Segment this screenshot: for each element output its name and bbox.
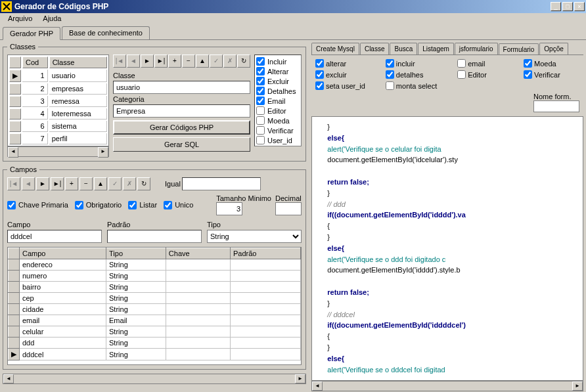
nav-last[interactable]: ►| [154, 54, 168, 68]
tab-gerador-php[interactable]: Gerador PHP [3, 27, 60, 40]
opt-verificar[interactable]: Verificar [524, 70, 579, 79]
classes-options: IncluirAlterarExcluirDetalhesEmailEditor… [254, 54, 302, 146]
table-row[interactable]: 7perfil [9, 133, 107, 144]
igual-input[interactable] [182, 177, 261, 190]
code-viewer[interactable]: } else{ alert('Verifique se o celular fo… [311, 116, 583, 381]
table-row[interactable]: ▶dddcelString [9, 349, 301, 360]
option-email[interactable]: Email [256, 96, 300, 106]
cnav-del[interactable]: − [79, 177, 93, 190]
table-row[interactable]: cepString [9, 293, 301, 304]
window-title: Gerador de Códigos PHP [14, 2, 551, 11]
opt-monta-select[interactable]: monta select [386, 81, 447, 90]
table-row[interactable]: 2empresas [9, 83, 107, 95]
cnav-post[interactable]: ✓ [108, 177, 122, 190]
decimal-input[interactable] [275, 202, 302, 215]
table-row[interactable]: ▶1usuario [9, 70, 107, 82]
cnav-add[interactable]: + [65, 177, 78, 190]
opt-excluir[interactable]: excluir [315, 70, 375, 79]
cnav-next[interactable]: ► [36, 177, 49, 190]
campo-input[interactable] [7, 230, 102, 243]
table-row[interactable]: numeroString [9, 271, 301, 282]
table-row[interactable]: bairroString [9, 282, 301, 293]
minimize-button[interactable]: _ [551, 2, 561, 11]
option-verificar[interactable]: Verificar [256, 125, 300, 135]
classes-grid[interactable]: Cod Classe ▶1usuario2empresas3remessa4lo… [7, 54, 109, 146]
tab-busca[interactable]: Busca [390, 43, 417, 54]
gcol-padrao[interactable]: Padrão [230, 248, 300, 259]
btn-gerar-sql[interactable]: Gerar SQL [113, 137, 250, 152]
table-row[interactable]: enderecoString [9, 259, 301, 271]
chk-unico[interactable]: Unico [164, 200, 193, 210]
tipo-label: Tipo [207, 221, 302, 229]
cnav-prev[interactable]: ◄ [22, 177, 35, 190]
tab-classe[interactable]: Classe [360, 43, 390, 54]
right-bottom-scroll[interactable]: ◄► [311, 381, 583, 391]
cnav-edit[interactable]: ▲ [94, 177, 107, 190]
table-row[interactable]: cidadeString [9, 304, 301, 315]
table-row[interactable]: celularString [9, 326, 301, 338]
chk-obrigatorio[interactable]: Obrigatorio [75, 200, 122, 210]
padrao-label: Padrão [107, 221, 202, 229]
campos-grid[interactable]: Campo Tipo Chave Padrão enderecoStringnu… [7, 247, 302, 365]
menubar: Arquivo Ajuda [0, 13, 586, 25]
cnav-refresh[interactable]: ↻ [137, 177, 150, 190]
nav-del[interactable]: − [182, 54, 195, 68]
opt-incluir[interactable]: incluir [386, 59, 447, 68]
cnav-first[interactable]: |◄ [7, 177, 20, 190]
tipo-select[interactable]: String [207, 230, 302, 243]
opt-seta-user_id[interactable]: seta user_id [315, 81, 375, 90]
table-row[interactable]: 6sistema [9, 121, 107, 132]
gcol-chave[interactable]: Chave [166, 248, 230, 259]
close-button[interactable]: × [574, 2, 585, 11]
classes-hscroll[interactable] [7, 146, 109, 157]
nav-cancel[interactable]: ✗ [223, 54, 237, 68]
opt-email[interactable]: email [457, 59, 513, 68]
tab-opçõe[interactable]: Opçõe [539, 43, 568, 54]
opt-alterar[interactable]: alterar [315, 59, 375, 68]
classe-input[interactable] [113, 81, 250, 94]
option-editor[interactable]: Editor [256, 106, 300, 116]
option-user_id[interactable]: User_id [256, 135, 300, 145]
tamanho-input[interactable] [216, 202, 242, 215]
menu-ajuda[interactable]: Ajuda [37, 13, 66, 25]
categoria-input[interactable] [113, 104, 250, 118]
nav-refresh[interactable]: ↻ [237, 54, 250, 68]
option-detalhes[interactable]: Detalhes [256, 86, 300, 96]
option-excluir[interactable]: Excluir [256, 76, 300, 86]
nav-first[interactable]: |◄ [113, 54, 126, 68]
gcol-campo[interactable]: Campo [20, 248, 106, 259]
tab-base-conhecimento[interactable]: Base de conhecimento [62, 26, 150, 39]
nav-post[interactable]: ✓ [210, 54, 223, 68]
nav-edit[interactable]: ▲ [196, 54, 209, 68]
left-bottom-scroll[interactable]: ◄► [3, 374, 306, 384]
opt-moeda[interactable]: Moeda [524, 59, 579, 68]
option-alterar[interactable]: Alterar [256, 66, 300, 76]
maximize-button[interactable]: □ [562, 2, 573, 11]
opt-editor[interactable]: Editor [457, 70, 513, 79]
tab-jsformulario[interactable]: jsformulario [455, 43, 498, 54]
col-classe[interactable]: Classe [49, 56, 107, 68]
tab-create-mysql[interactable]: Create Mysql [311, 43, 359, 54]
option-moeda[interactable]: Moeda [256, 116, 300, 125]
tab-formulario[interactable]: Formulario [499, 43, 539, 55]
cnav-last[interactable]: ►| [51, 177, 64, 190]
gcol-tipo[interactable]: Tipo [106, 248, 166, 259]
chk-listar[interactable]: Listar [128, 200, 157, 210]
cnav-cancel[interactable]: ✗ [123, 177, 136, 190]
tab-listagem[interactable]: Listagem [418, 43, 454, 54]
nome-form-input[interactable] [533, 100, 579, 112]
padrao-input[interactable] [107, 230, 202, 243]
nav-next[interactable]: ► [141, 54, 154, 68]
opt-detalhes[interactable]: detalhes [386, 70, 447, 79]
col-cod[interactable]: Cod [22, 56, 48, 68]
nav-add[interactable]: + [168, 54, 181, 68]
nav-prev[interactable]: ◄ [127, 54, 140, 68]
table-row[interactable]: dddString [9, 338, 301, 349]
option-incluir[interactable]: Incluir [256, 56, 300, 66]
chk-chave-primaria[interactable]: Chave Primaria [7, 200, 68, 210]
table-row[interactable]: 4loteremessa [9, 108, 107, 120]
table-row[interactable]: 3remessa [9, 96, 107, 107]
table-row[interactable]: emailEmail [9, 315, 301, 326]
btn-gerar-php[interactable]: Gerar Códigos PHP [113, 120, 250, 135]
menu-arquivo[interactable]: Arquivo [3, 13, 37, 25]
